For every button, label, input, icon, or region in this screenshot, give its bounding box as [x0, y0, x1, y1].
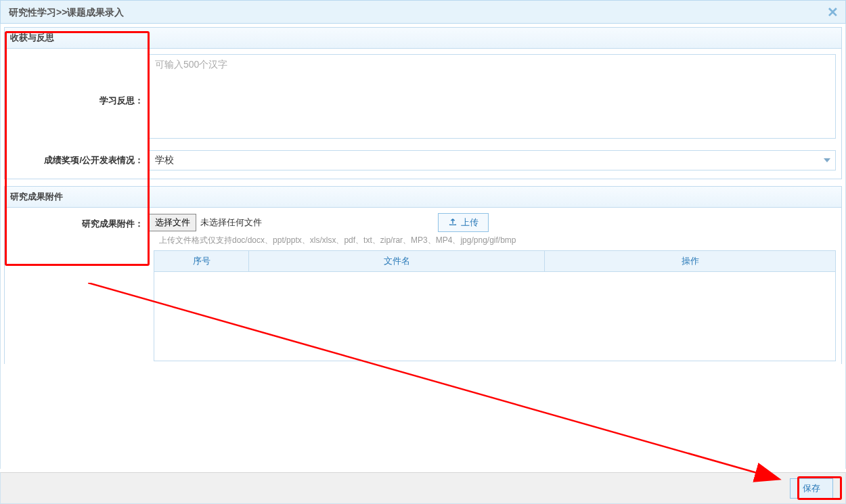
section-header-attachment: 研究成果附件 — [4, 186, 842, 208]
section-body-reflection: 学习反思： 成绩奖项/公开发表情况： — [4, 49, 842, 179]
no-file-text: 未选择任何文件 — [200, 216, 262, 229]
label-reflection: 学习反思： — [10, 54, 149, 107]
upload-button[interactable]: 上传 — [438, 213, 489, 232]
reflection-textarea[interactable] — [149, 54, 836, 139]
choose-file-button[interactable]: 选择文件 — [149, 214, 196, 231]
title-bar: 研究性学习>>课题成果录入 ✕ — [0, 0, 846, 24]
table-empty-body — [154, 272, 836, 361]
modal-content: 收获与反思 学习反思： 成绩奖项/公开发表情况： 研究成果附件 — [0, 24, 846, 469]
upload-button-label: 上传 — [461, 216, 478, 229]
label-award: 成绩奖项/公开发表情况： — [10, 150, 149, 166]
section-header-reflection: 收获与反思 — [4, 27, 842, 49]
section-body-attachment: 研究成果附件： 选择文件 未选择任何文件 上传 上传文件格式仅支持doc/doc… — [4, 208, 842, 364]
breadcrumb: 研究性学习>>课题成果录入 — [9, 7, 124, 18]
modal-container: 研究性学习>>课题成果录入 ✕ 收获与反思 学习反思： 成绩奖项/公开发表情况： — [0, 0, 846, 504]
award-select[interactable] — [149, 150, 836, 170]
save-button[interactable]: 保存 — [790, 478, 833, 499]
col-filename: 文件名 — [249, 251, 545, 272]
col-action: 操作 — [545, 251, 836, 272]
upload-hint: 上传文件格式仅支持doc/docx、ppt/pptx、xls/xlsx、pdf、… — [159, 235, 836, 246]
attachment-table: 序号 文件名 操作 — [154, 250, 836, 272]
upload-icon — [448, 217, 458, 229]
close-icon[interactable]: ✕ — [827, 1, 839, 24]
col-index: 序号 — [154, 251, 249, 272]
modal-footer: 保存 — [0, 472, 846, 504]
award-select-value[interactable] — [149, 150, 836, 170]
label-attachment: 研究成果附件： — [10, 215, 149, 230]
